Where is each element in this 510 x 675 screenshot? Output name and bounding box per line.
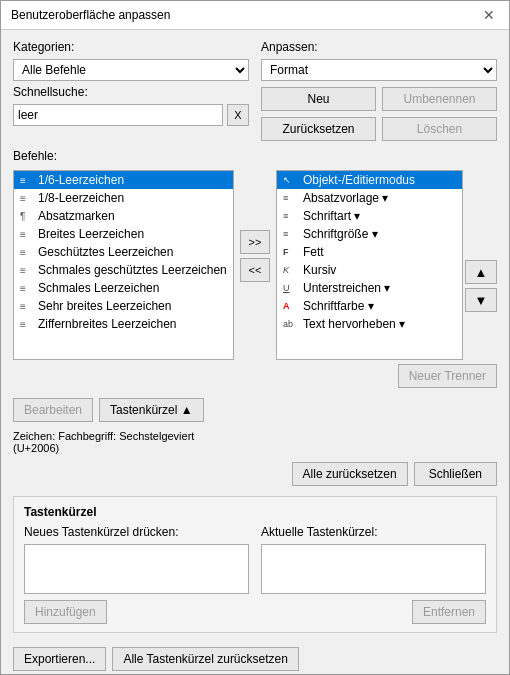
list-item[interactable]: ¶ Absatzmarken [14, 207, 233, 225]
entfernen-button[interactable]: Entfernen [412, 600, 486, 624]
zeichen-info: Zeichen: Fachbegriff: Sechstelgeviert (U… [13, 430, 497, 454]
right-list-area: ↖ Objekt-/Editiermodus ≡ Absatzvorlage ▾… [276, 170, 497, 388]
move-up-button[interactable]: ▲ [465, 260, 497, 284]
neues-tastenkuerzel-label: Neues Tastenkürzel drücken: [24, 525, 249, 539]
top-section: Kategorien: Alle Befehle Schnellsuche: X… [13, 40, 497, 141]
highlight-icon: ab [283, 319, 299, 329]
anpassen-label: Anpassen: [261, 40, 497, 54]
tastenkuerzel-title: Tastenkürzel [24, 505, 486, 519]
zeichen-line1: Zeichen: Fachbegriff: Sechstelgeviert [13, 430, 497, 442]
aktuelle-tastenkuerzel-label: Aktuelle Tastenkürzel: [261, 525, 486, 539]
dialog-body: Kategorien: Alle Befehle Schnellsuche: X… [1, 30, 509, 675]
hinzufuegen-button[interactable]: Hinzufügen [24, 600, 107, 624]
aktuelle-tastenkuerzel-input[interactable] [261, 544, 486, 594]
neues-tastenkuerzel-input[interactable] [24, 544, 249, 594]
left-list-wrap: ≡ 1/6-Leerzeichen ≡ 1/8-Leerzeichen ¶ Ab… [13, 170, 234, 360]
tastenkuerzel-section: Tastenkürzel Neues Tastenkürzel drücken:… [13, 496, 497, 633]
neuer-trenner-button[interactable]: Neuer Trenner [398, 364, 497, 388]
right-list-item[interactable]: ab Text hervorheben ▾ [277, 315, 462, 333]
dialog-title: Benutzeroberfläche anpassen [11, 8, 170, 22]
clear-search-button[interactable]: X [227, 104, 249, 126]
right-panel: Anpassen: Format Neu Umbenennen Zurückse… [261, 40, 497, 141]
search-input[interactable] [13, 104, 223, 126]
move-left-button[interactable]: << [240, 258, 270, 282]
item-icon: ≡ [20, 301, 34, 312]
right-list-item[interactable]: ≡ Schriftart ▾ [277, 207, 462, 225]
zuruecksetzen-button[interactable]: Zurücksetzen [261, 117, 376, 141]
main-lists-row: ≡ 1/6-Leerzeichen ≡ 1/8-Leerzeichen ¶ Ab… [13, 170, 497, 388]
item-icon: ≡ [20, 229, 34, 240]
befehle-label: Befehle: [13, 149, 497, 163]
center-arrows: >> << [234, 170, 276, 282]
list-item[interactable]: ≡ 1/8-Leerzeichen [14, 189, 233, 207]
list-item[interactable]: ≡ Breites Leerzeichen [14, 225, 233, 243]
export-row: Exportieren... Alle Tastenkürzel zurücks… [13, 647, 497, 671]
tastenkuerzel-button[interactable]: Tastenkürzel ▲ [99, 398, 204, 422]
size-icon: ≡ [283, 229, 299, 239]
left-panel: Kategorien: Alle Befehle Schnellsuche: X [13, 40, 249, 141]
list-item[interactable]: ≡ Geschütztes Leerzeichen [14, 243, 233, 261]
neu-button[interactable]: Neu [261, 87, 376, 111]
bold-icon: F [283, 247, 299, 257]
underline-icon: U [283, 283, 299, 293]
tastenkuerzel-inputs: Neues Tastenkürzel drücken: Aktuelle Tas… [24, 525, 486, 594]
list-item[interactable]: ≡ Ziffernbreites Leerzeichen [14, 315, 233, 333]
dialog: Benutzeroberfläche anpassen ✕ Kategorien… [0, 0, 510, 675]
kategorien-select[interactable]: Alle Befehle [13, 59, 249, 81]
neuer-trenner-row: Neuer Trenner [276, 364, 497, 388]
close-button[interactable]: ✕ [479, 7, 499, 23]
right-list-row: ↖ Objekt-/Editiermodus ≡ Absatzvorlage ▾… [276, 170, 497, 360]
right-list-item[interactable]: K Kursiv [277, 261, 462, 279]
alle-zurueck-row: Alle zurücksetzen Schließen [13, 462, 497, 486]
tastenkuerzel-btn-row: Hinzufügen Entfernen [24, 600, 486, 624]
cursor-icon: ↖ [283, 175, 299, 185]
right-list-item[interactable]: ≡ Absatzvorlage ▾ [277, 189, 462, 207]
title-bar: Benutzeroberfläche anpassen ✕ [1, 1, 509, 30]
list-item[interactable]: ≡ 1/6-Leerzeichen [14, 171, 233, 189]
bottom-btn-row: Bearbeiten Tastenkürzel ▲ [13, 398, 497, 422]
item-icon: ≡ [20, 283, 34, 294]
bearbeiten-button[interactable]: Bearbeiten [13, 398, 93, 422]
alle-tastenkuerzel-button[interactable]: Alle Tastenkürzel zurücksetzen [112, 647, 299, 671]
list-item[interactable]: ≡ Schmales geschütztes Leerzeichen [14, 261, 233, 279]
exportieren-button[interactable]: Exportieren... [13, 647, 106, 671]
aktuelle-tastenkuerzel-col: Aktuelle Tastenkürzel: [261, 525, 486, 594]
right-list-item[interactable]: A Schriftfarbe ▾ [277, 297, 462, 315]
befehle-listbox[interactable]: ≡ 1/6-Leerzeichen ≡ 1/8-Leerzeichen ¶ Ab… [13, 170, 234, 360]
list-item[interactable]: ≡ Sehr breites Leerzeichen [14, 297, 233, 315]
move-down-button[interactable]: ▼ [465, 288, 497, 312]
para-icon: ≡ [283, 193, 299, 203]
list-item[interactable]: ≡ Schmales Leerzeichen [14, 279, 233, 297]
neues-tastenkuerzel-col: Neues Tastenkürzel drücken: [24, 525, 249, 594]
right-list-item[interactable]: ↖ Objekt-/Editiermodus [277, 171, 462, 189]
loeschen-button[interactable]: Löschen [382, 117, 497, 141]
item-icon: ¶ [20, 211, 34, 222]
alle-zuruecksetzen-button[interactable]: Alle zurücksetzen [292, 462, 408, 486]
item-icon: ≡ [20, 193, 34, 204]
zeichen-line2: (U+2006) [13, 442, 497, 454]
search-row: X [13, 104, 249, 126]
move-right-button[interactable]: >> [240, 230, 270, 254]
anpassen-btn-row: Neu Umbenennen [261, 87, 497, 111]
right-list-item[interactable]: ≡ Schriftgröße ▾ [277, 225, 462, 243]
right-list-item[interactable]: F Fett [277, 243, 462, 261]
right-listbox[interactable]: ↖ Objekt-/Editiermodus ≡ Absatzvorlage ▾… [276, 170, 463, 360]
anpassen-btn-row2: Zurücksetzen Löschen [261, 117, 497, 141]
right-side-buttons: ▲ ▼ [465, 170, 497, 360]
right-list-item[interactable]: U Unterstreichen ▾ [277, 279, 462, 297]
item-icon: ≡ [20, 319, 34, 330]
item-icon: ≡ [20, 265, 34, 276]
umbenennen-button[interactable]: Umbenennen [382, 87, 497, 111]
item-icon: ≡ [20, 247, 34, 258]
item-icon: ≡ [20, 175, 34, 186]
italic-icon: K [283, 265, 299, 275]
fontcolor-icon: A [283, 301, 299, 311]
anpassen-select[interactable]: Format [261, 59, 497, 81]
schnellsuche-label: Schnellsuche: [13, 85, 249, 99]
schliessen-button[interactable]: Schließen [414, 462, 497, 486]
kategorien-label: Kategorien: [13, 40, 249, 54]
font-icon: ≡ [283, 211, 299, 221]
